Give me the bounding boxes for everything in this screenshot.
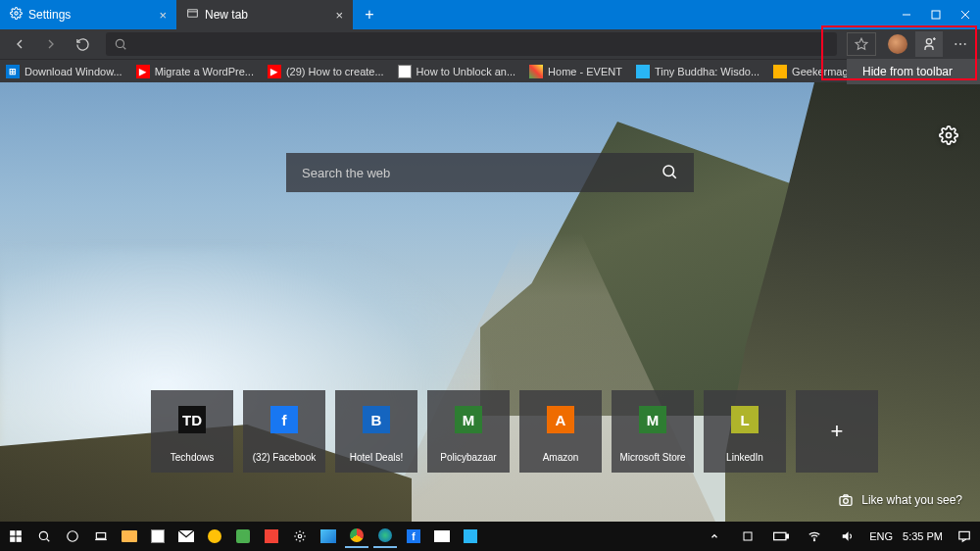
feedback-button[interactable] <box>915 31 943 57</box>
settings-menu-button[interactable] <box>947 31 974 57</box>
svg-point-13 <box>955 43 956 45</box>
taskbar-app[interactable] <box>260 525 283 548</box>
plus-icon: + <box>823 418 851 445</box>
tile-label: (32) Facebook <box>253 452 316 463</box>
tab-newtab[interactable]: New tab × <box>176 0 353 29</box>
quick-link-tile[interactable]: TDTechdows <box>151 390 233 473</box>
action-center-button[interactable] <box>953 525 976 548</box>
tab-close-button[interactable]: × <box>159 8 167 23</box>
svg-rect-24 <box>17 537 22 542</box>
svg-line-26 <box>47 539 50 542</box>
svg-point-20 <box>844 499 849 504</box>
context-menu-label: Hide from toolbar <box>862 65 953 78</box>
clock[interactable]: 5:35 PM <box>903 530 943 542</box>
favicon: ▶ <box>136 65 150 78</box>
tab-label: New tab <box>205 8 248 22</box>
tab-label: Settings <box>28 8 71 22</box>
taskbar-app[interactable] <box>317 525 340 548</box>
refresh-button[interactable] <box>69 31 96 57</box>
taskbar-search-button[interactable] <box>32 525 56 548</box>
add-tile-button[interactable]: + <box>796 390 878 473</box>
quick-link-tile[interactable]: LLinkedIn <box>704 390 786 473</box>
like-label: Like what you see? <box>861 493 962 507</box>
taskbar-app-edge[interactable] <box>373 525 397 548</box>
maximize-button[interactable] <box>921 0 951 29</box>
svg-rect-1 <box>188 10 198 18</box>
new-tab-button[interactable]: + <box>353 0 386 29</box>
taskbar-app[interactable] <box>430 525 454 548</box>
profile-button[interactable] <box>884 31 911 57</box>
taskbar-app-facebook[interactable]: f <box>402 525 425 548</box>
svg-rect-21 <box>10 530 15 535</box>
svg-point-0 <box>15 12 18 15</box>
quick-link-tile[interactable]: f(32) Facebook <box>243 390 325 473</box>
more-icon <box>953 36 968 52</box>
language-indicator[interactable]: ENG <box>869 530 893 542</box>
taskbar-app-store[interactable] <box>146 525 170 548</box>
bookmark-item[interactable]: Home - EVENT <box>529 65 622 78</box>
bookmark-label: (29) How to create... <box>286 66 384 77</box>
volume-icon[interactable] <box>836 525 859 548</box>
bookmark-item[interactable]: Tiny Buddha: Wisdo... <box>636 65 760 78</box>
page-settings-button[interactable] <box>939 125 958 149</box>
bookmark-item[interactable]: ▶(29) How to create... <box>268 65 384 78</box>
window-titlebar: Settings × New tab × + <box>0 0 980 29</box>
search-placeholder: Search the web <box>302 166 390 180</box>
taskbar-app[interactable] <box>203 525 226 548</box>
cortana-button[interactable] <box>61 525 84 548</box>
svg-point-7 <box>116 39 123 47</box>
taskbar-app-mail[interactable] <box>174 525 198 548</box>
bookmark-item[interactable]: ⊞Download Window... <box>6 65 122 78</box>
back-button[interactable] <box>6 31 33 57</box>
tray-overflow-button[interactable] <box>703 525 726 548</box>
bookmark-item[interactable]: ▶Migrate a WordPre... <box>136 65 254 78</box>
tile-icon: L <box>731 406 759 433</box>
tray-icon[interactable] <box>736 525 760 548</box>
svg-marker-36 <box>843 531 849 540</box>
bookmark-label: Geekermag <box>792 66 848 77</box>
close-window-button[interactable] <box>951 0 980 29</box>
favorite-button[interactable] <box>847 32 876 56</box>
minimize-button[interactable] <box>892 0 921 29</box>
svg-rect-28 <box>96 533 105 539</box>
context-menu-item-hide[interactable]: Hide from toolbar <box>847 59 980 84</box>
svg-rect-23 <box>10 537 15 542</box>
address-bar[interactable] <box>106 32 837 56</box>
battery-icon[interactable] <box>769 525 793 548</box>
quick-link-tile[interactable]: MMicrosoft Store <box>612 390 694 473</box>
bookmark-label: How to Unblock an... <box>416 66 516 77</box>
like-what-you-see-button[interactable]: Like what you see? <box>838 492 962 508</box>
svg-rect-33 <box>774 532 786 539</box>
quick-link-tile[interactable]: MPolicybazaar <box>427 390 510 473</box>
taskbar-app-explorer[interactable] <box>118 525 141 548</box>
taskbar-app[interactable] <box>459 525 482 548</box>
web-search-box[interactable]: Search the web <box>286 153 694 192</box>
tab-settings[interactable]: Settings × <box>0 0 176 29</box>
tab-close-button[interactable]: × <box>335 8 343 23</box>
wifi-icon[interactable] <box>803 525 826 548</box>
search-icon <box>114 37 127 51</box>
bookmark-item[interactable]: Geekermag <box>773 65 848 78</box>
tile-label: Amazon <box>543 452 579 463</box>
taskbar-app[interactable] <box>288 525 312 548</box>
favicon <box>636 65 650 78</box>
taskbar-app[interactable] <box>231 525 255 548</box>
taskbar-app-chrome[interactable] <box>345 525 368 548</box>
tile-icon: A <box>547 406 574 433</box>
quick-link-tile[interactable]: AAmazon <box>519 390 602 473</box>
search-icon <box>661 163 678 183</box>
tile-label: LinkedIn <box>726 452 763 463</box>
forward-button[interactable] <box>37 31 65 57</box>
favicon <box>529 65 543 78</box>
favicon <box>398 65 412 78</box>
task-view-button[interactable] <box>89 525 113 548</box>
quick-link-tile[interactable]: BHotel Deals! <box>335 390 417 473</box>
tile-icon: f <box>270 406 298 433</box>
bookmark-item[interactable]: How to Unblock an... <box>398 65 516 78</box>
start-button[interactable] <box>4 525 27 548</box>
svg-point-17 <box>663 166 674 176</box>
svg-rect-19 <box>840 497 852 506</box>
favicon <box>773 65 787 78</box>
svg-point-35 <box>814 540 815 541</box>
browser-toolbar <box>0 29 980 59</box>
